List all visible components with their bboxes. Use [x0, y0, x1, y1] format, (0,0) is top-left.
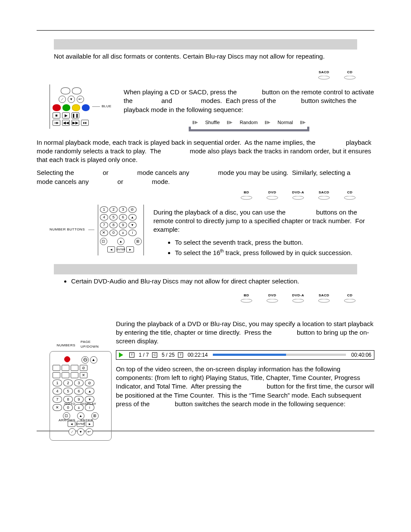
callout-pageupdown-label: PAGE UP/DOWN	[81, 340, 106, 349]
format-cd-label: CD	[347, 70, 353, 74]
sequence-diagram: ▮▶ Shuffle ▮▶ Random ▮▶ Normal ▮▶	[189, 118, 309, 131]
callout-number-label: NUMBER BUTTONS	[50, 227, 85, 232]
red-button	[53, 104, 61, 111]
osd-elapsed-value: 00:22:14	[187, 352, 208, 358]
arrow-icon: ▮▶	[300, 119, 306, 126]
svg-point-7	[344, 196, 355, 199]
format-sacd: SACD	[317, 70, 331, 80]
note-2-bullets: Certain DVD-Audio and Blu-ray Discs may …	[62, 277, 374, 286]
svg-point-6	[318, 196, 330, 199]
callout-blue-label: BLUE	[102, 104, 112, 109]
title-icon: T	[129, 352, 134, 358]
format-sacd-label: SACD	[319, 190, 330, 194]
format-row-all-2: BD DVD DVD-A SACD CD	[37, 293, 357, 303]
rev-button: ◀◀	[62, 120, 70, 126]
page: Not available for all disc formats or co…	[0, 0, 411, 444]
numbers-bullets: To select the seventh track, press the b…	[166, 238, 374, 257]
arrow-icon: ▮▶	[265, 119, 271, 126]
svg-point-0	[318, 76, 330, 79]
svg-point-5	[293, 196, 304, 199]
remote-btn	[72, 87, 81, 94]
play-status-icon	[119, 352, 123, 358]
next-button: ⏭	[81, 120, 89, 126]
format-row-all-1: BD DVD DVD-A SACD CD	[37, 190, 357, 200]
green-button	[62, 104, 71, 111]
arrow-icon: ▮▶	[227, 119, 233, 126]
shuffle-body-1: In normal playback mode, each track is p…	[37, 138, 374, 165]
note-1-text: Not available for all disc formats or co…	[54, 52, 357, 61]
callout-enter-label: ENTER	[81, 418, 106, 423]
prev-button: ⏮	[53, 120, 60, 126]
callout-arrows-label: ARROWS	[50, 418, 75, 423]
number-buttons-diagram: NUMBER BUTTONS 123⊘ 456▴ 789▾ ✕0±i ⊡ ▴ ⊞	[50, 205, 144, 255]
shuffle-intro-para: When playing a CD or SACD, press the but…	[124, 88, 374, 114]
section-numbers: NUMBER BUTTONS 123⊘ 456▴ 789▾ ✕0±i ⊡ ▴ ⊞	[50, 205, 374, 260]
remote-shuffle-diagram: ⟋ ▾ ↩ ■ ▶ ❚❚	[50, 84, 114, 129]
stop-button: ■	[53, 112, 60, 118]
format-cd-label: CD	[347, 190, 353, 194]
pause-button: ❚❚	[72, 112, 79, 118]
svg-point-3	[241, 196, 252, 199]
seq-shuffle: Shuffle	[205, 119, 220, 126]
goto-para-1: During the playback of a DVD or Blu-ray …	[116, 320, 374, 346]
format-oval-icon	[342, 76, 357, 80]
yellow-button	[72, 104, 80, 111]
svg-point-10	[267, 299, 278, 302]
shuffle-body-2: Selecting the or mode cancels any mode y…	[37, 168, 374, 186]
chapter-icon: C	[152, 352, 157, 358]
bullet-item: To select the seventh track, press the b…	[175, 238, 374, 247]
seq-random: Random	[240, 119, 258, 126]
section-goto: ⏻▲ ⊘ ✕ 123⊘ 456▴ 789▾ ✕0±i ⊡▴⊞ ◂ENTER▸ ⟋…	[50, 316, 374, 423]
format-row-sacd-cd: SACD CD	[37, 70, 357, 80]
goto-para-2: On top of the video screen, the on-scree…	[116, 365, 374, 408]
format-dvd-label: DVD	[268, 190, 276, 194]
on-screen-display-bar: T 1 / 7 C 5 / 25 T 00:22:14 00:40:06	[116, 350, 374, 360]
format-bd-label: BD	[244, 190, 249, 194]
note-bar	[54, 264, 357, 274]
arrow-icon: ▮▶	[192, 119, 198, 126]
seq-normal: Normal	[277, 119, 293, 126]
play-button: ▶	[62, 112, 70, 118]
callout-numbers-label: NUMBERS	[50, 343, 75, 348]
format-dvda-label: DVD-A	[292, 190, 304, 194]
format-oval-icon	[317, 76, 331, 80]
osd-title-value: 1 / 7	[139, 352, 149, 358]
svg-point-11	[293, 299, 304, 302]
svg-point-1	[344, 76, 355, 79]
bullet-item: To select the 16th track, press followed…	[175, 248, 374, 257]
remote-goto-diagram: ⏻▲ ⊘ ✕ 123⊘ 456▴ 789▾ ✕0±i ⊡▴⊞ ◂ENTER▸ ⟋…	[50, 316, 106, 423]
remote-down-btn: ▾	[68, 96, 75, 103]
osd-total-value: 00:40:06	[351, 352, 371, 358]
section-shuffle: ⟋ ▾ ↩ ■ ▶ ❚❚	[50, 84, 374, 134]
fwd-button: ▶▶	[72, 120, 79, 126]
remote-btn: ⟋	[59, 96, 66, 103]
progress-bar	[213, 354, 346, 356]
note-bar	[54, 39, 357, 50]
format-cd: CD	[342, 70, 357, 80]
blue-button	[82, 104, 90, 111]
svg-point-13	[344, 299, 355, 302]
osd-chapter-value: 5 / 25	[162, 352, 174, 358]
note-2-bullet-item: Certain DVD-Audio and Blu-ray Discs may …	[71, 277, 374, 286]
remote-btn	[61, 87, 70, 94]
svg-point-12	[318, 299, 330, 302]
page-header-rule	[37, 22, 374, 31]
numbers-para: During the playback of a disc, you can u…	[153, 208, 374, 234]
format-sacd-label: SACD	[319, 70, 330, 74]
svg-point-9	[241, 299, 252, 302]
svg-point-4	[267, 196, 278, 199]
remote-btn: ↩	[77, 96, 84, 103]
time-icon: T	[178, 352, 183, 358]
